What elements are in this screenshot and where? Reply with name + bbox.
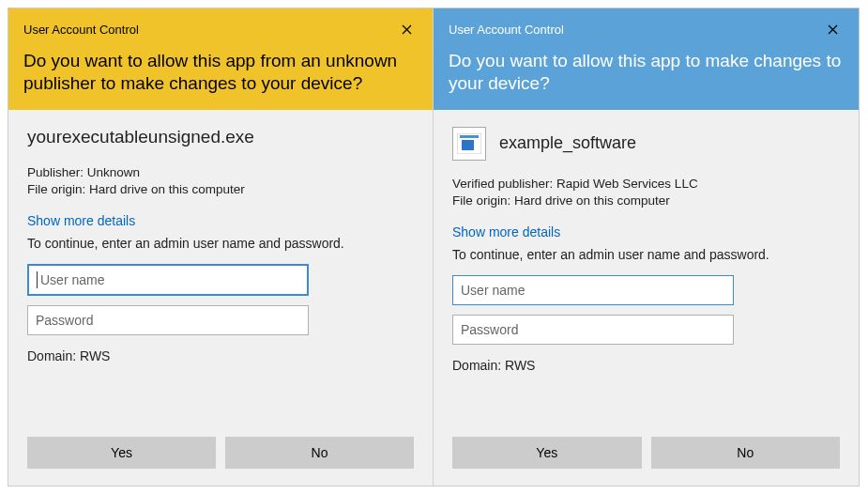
username-placeholder: User name <box>461 283 525 298</box>
show-more-link[interactable]: Show more details <box>452 224 840 239</box>
origin-label: File origin: Hard drive on this computer <box>27 181 414 198</box>
close-icon[interactable] <box>821 18 844 40</box>
username-field[interactable]: User name <box>452 275 734 305</box>
close-icon[interactable] <box>395 18 418 40</box>
password-placeholder: Password <box>461 322 518 337</box>
dialog-title: User Account Control <box>449 23 564 37</box>
yes-button[interactable]: Yes <box>27 437 216 469</box>
dialog-headline: Do you want to allow this app from an un… <box>23 50 418 95</box>
username-placeholder: User name <box>40 272 104 287</box>
origin-label: File origin: Hard drive on this computer <box>452 193 840 209</box>
domain-label: Domain: RWS <box>452 358 840 373</box>
publisher-label: Publisher: Unknown <box>27 164 414 181</box>
uac-dialog-unsigned: User Account Control Do you want to allo… <box>8 8 434 486</box>
no-button[interactable]: No <box>651 437 841 469</box>
svg-rect-2 <box>462 140 474 150</box>
credential-instruction: To continue, enter an admin user name an… <box>452 247 840 262</box>
publisher-label: Verified publisher: Rapid Web Services L… <box>452 176 840 193</box>
show-more-link[interactable]: Show more details <box>27 213 414 228</box>
dialog-header: User Account Control Do you want to allo… <box>434 8 859 110</box>
credential-instruction: To continue, enter an admin user name an… <box>27 236 414 251</box>
yes-button[interactable]: Yes <box>452 437 642 469</box>
uac-dialog-verified: User Account Control Do you want to allo… <box>434 8 859 486</box>
app-meta: Verified publisher: Rapid Web Services L… <box>452 176 840 209</box>
dialog-header: User Account Control Do you want to allo… <box>8 8 433 110</box>
text-cursor-icon <box>37 271 38 288</box>
no-button[interactable]: No <box>225 437 414 469</box>
password-placeholder: Password <box>36 313 93 328</box>
password-field[interactable]: Password <box>452 315 734 345</box>
domain-label: Domain: RWS <box>27 348 414 363</box>
dialog-title: User Account Control <box>23 23 139 37</box>
app-icon <box>452 127 486 161</box>
dialog-headline: Do you want to allow this app to make ch… <box>449 50 844 95</box>
app-meta: Publisher: Unknown File origin: Hard dri… <box>27 164 414 198</box>
username-field[interactable]: User name <box>27 264 309 296</box>
svg-rect-1 <box>460 135 479 138</box>
password-field[interactable]: Password <box>27 305 309 335</box>
app-name: yourexecutableunsigned.exe <box>27 127 414 147</box>
app-name: example_software <box>499 133 636 153</box>
